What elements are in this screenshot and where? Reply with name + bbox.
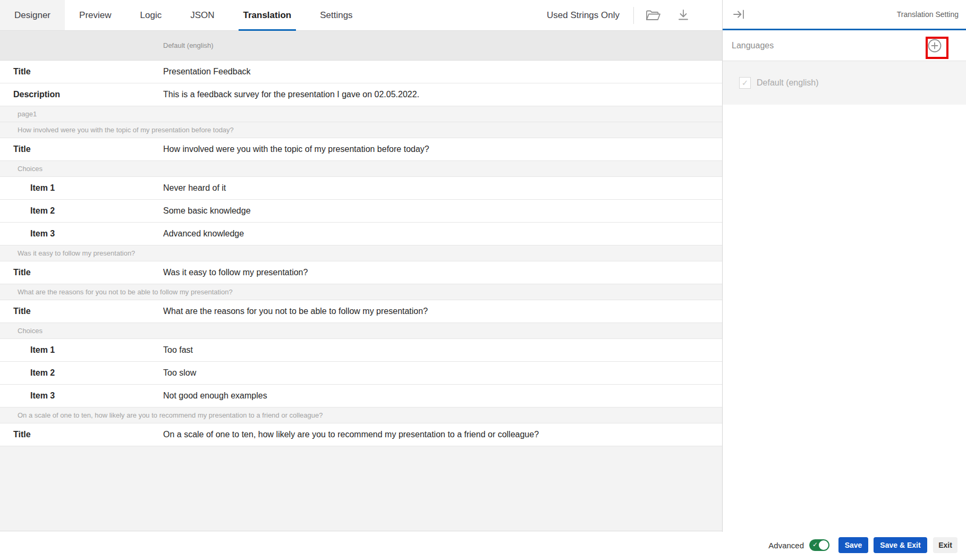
row-label: Title xyxy=(0,145,163,154)
table-row: Item 2 Some basic knowledge xyxy=(0,200,722,223)
row-label: Item 1 xyxy=(0,345,163,355)
table-group-row: page1 xyxy=(0,106,722,122)
translation-settings-panel: Translation Setting Languages ✓ Default … xyxy=(723,0,966,560)
group-label: On a scale of one to ten, how likely are… xyxy=(0,411,323,419)
panel-title: Translation Setting xyxy=(897,10,959,19)
table-row: Item 1 Never heard of it xyxy=(0,177,722,200)
table-empty-area xyxy=(0,446,722,531)
tab-json[interactable]: JSON xyxy=(176,0,228,30)
advanced-toggle[interactable]: ✓ xyxy=(809,539,829,551)
translation-table: Default (english) Title Presentation Fee… xyxy=(0,31,722,531)
row-value[interactable]: Never heard of it xyxy=(163,183,722,193)
footer-controls: Advanced ✓ Save Save & Exit Exit xyxy=(768,537,957,553)
default-language-column-header: Default (english) xyxy=(0,41,214,49)
row-value[interactable]: Too slow xyxy=(163,368,722,378)
row-value[interactable]: Some basic knowledge xyxy=(163,206,722,216)
table-row: Item 2 Too slow xyxy=(0,362,722,385)
table-row: Title What are the reasons for you not t… xyxy=(0,300,722,323)
languages-label: Languages xyxy=(732,41,774,50)
table-row: Title Was it easy to follow my presentat… xyxy=(0,261,722,284)
group-label: How involved were you with the topic of … xyxy=(0,126,234,134)
tab-settings[interactable]: Settings xyxy=(306,0,367,30)
panel-header: Translation Setting xyxy=(723,0,966,30)
tab-preview[interactable]: Preview xyxy=(65,0,125,30)
survey-creator-app: Designer Preview Logic JSON Translation … xyxy=(0,0,966,560)
row-value[interactable]: Too fast xyxy=(163,345,722,355)
row-value[interactable]: How involved were you with the topic of … xyxy=(163,145,722,154)
row-value[interactable]: What are the reasons for you not to be a… xyxy=(163,307,722,316)
main-area: Designer Preview Logic JSON Translation … xyxy=(0,0,722,560)
table-column-header: Default (english) xyxy=(0,31,722,61)
advanced-label: Advanced xyxy=(768,541,804,550)
table-row: Description This is a feedback survey fo… xyxy=(0,83,722,106)
translation-toolbar: Used Strings Only xyxy=(547,0,722,31)
row-label: Item 2 xyxy=(0,368,163,378)
row-label: Item 3 xyxy=(0,391,163,401)
default-language-label: Default (english) xyxy=(757,78,819,88)
table-group-row: Choices xyxy=(0,323,722,339)
table-group-row: Choices xyxy=(0,161,722,177)
table-group-row: On a scale of one to ten, how likely are… xyxy=(0,408,722,423)
row-value[interactable]: Presentation Feedback xyxy=(163,67,722,77)
download-icon[interactable] xyxy=(675,9,691,22)
tab-bar: Designer Preview Logic JSON Translation … xyxy=(0,0,722,31)
row-value[interactable]: Not good enough examples xyxy=(163,391,722,401)
default-language-checkbox[interactable]: ✓ xyxy=(739,77,751,89)
tab-logic[interactable]: Logic xyxy=(126,0,176,30)
save-and-exit-button[interactable]: Save & Exit xyxy=(874,537,927,553)
row-value[interactable]: On a scale of one to ten, how likely are… xyxy=(163,430,722,439)
group-label: What are the reasons for you not to be a… xyxy=(0,288,233,296)
row-label: Item 2 xyxy=(0,206,163,216)
table-row: Title On a scale of one to ten, how like… xyxy=(0,423,722,446)
table-group-row: Was it easy to follow my presentation? xyxy=(0,245,722,261)
table-row: Title How involved were you with the top… xyxy=(0,138,722,161)
folder-open-icon[interactable] xyxy=(645,9,661,22)
used-strings-only-control[interactable]: Used Strings Only xyxy=(547,10,620,21)
row-label: Item 1 xyxy=(0,183,163,193)
row-label: Item 3 xyxy=(0,229,163,239)
row-label: Description xyxy=(0,90,163,99)
row-value[interactable]: Was it easy to follow my presentation? xyxy=(163,268,722,277)
table-row: Item 3 Not good enough examples xyxy=(0,385,722,408)
row-label: Title xyxy=(0,430,163,439)
add-language-button[interactable] xyxy=(927,38,943,54)
languages-section-header: Languages xyxy=(723,30,966,61)
group-label: page1 xyxy=(0,110,37,118)
row-label: Title xyxy=(0,307,163,316)
toolbar-divider xyxy=(633,7,634,24)
table-row: Item 1 Too fast xyxy=(0,339,722,362)
group-label: Choices xyxy=(0,165,43,173)
table-group-row: What are the reasons for you not to be a… xyxy=(0,284,722,300)
row-value[interactable]: Advanced knowledge xyxy=(163,229,722,239)
row-label: Title xyxy=(0,67,163,77)
toggle-knob xyxy=(819,540,828,550)
save-button[interactable]: Save xyxy=(838,537,868,553)
toggle-check-icon: ✓ xyxy=(812,541,818,548)
group-label: Choices xyxy=(0,327,43,335)
tab-translation[interactable]: Translation xyxy=(229,0,306,30)
table-row: Item 3 Advanced knowledge xyxy=(0,223,722,245)
row-value[interactable]: This is a feedback survey for the presen… xyxy=(163,90,722,99)
group-label: Was it easy to follow my presentation? xyxy=(0,249,135,257)
table-group-row: How involved were you with the topic of … xyxy=(0,122,722,138)
exit-button[interactable]: Exit xyxy=(933,537,957,553)
tab-designer[interactable]: Designer xyxy=(0,0,65,30)
default-language-row: ✓ Default (english) xyxy=(723,61,966,105)
collapse-panel-icon[interactable] xyxy=(732,8,747,21)
table-row: Title Presentation Feedback xyxy=(0,61,722,83)
row-label: Title xyxy=(0,268,163,277)
